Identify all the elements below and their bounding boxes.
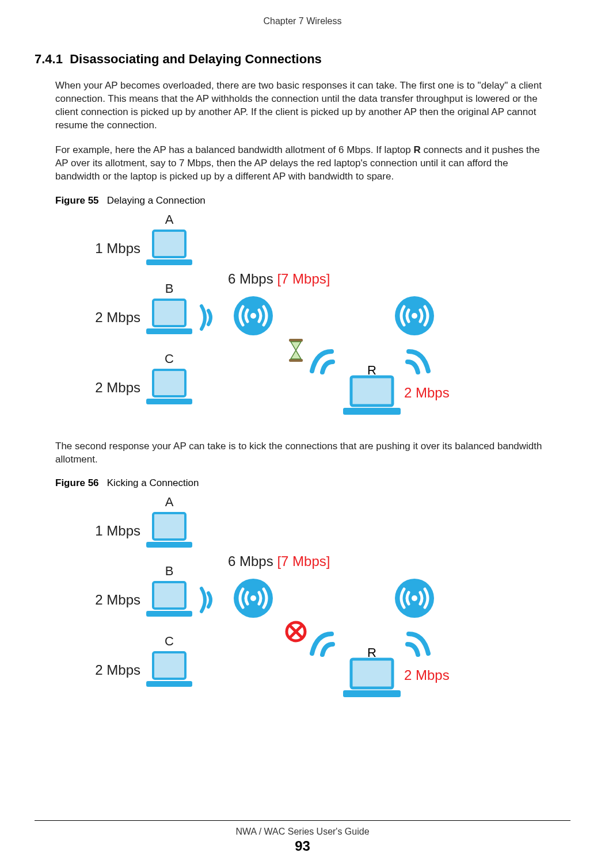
- laptop-b-icon: B: [146, 580, 192, 620]
- block-icon: [284, 620, 307, 645]
- fig56-r-mbps: 2 Mbps: [404, 667, 450, 683]
- footer-rule: [35, 820, 570, 821]
- section-number: 7.4.1: [35, 52, 63, 66]
- svg-point-23: [412, 595, 417, 601]
- figure55-diagram: 1 Mbps A 2 Mbps B 2 Mbps C 6 Mbps [7: [92, 212, 472, 425]
- section-heading: 7.4.1 Disassociating and Delaying Connec…: [35, 52, 553, 67]
- paragraph-2: For example, here the AP has a balanced …: [55, 144, 553, 183]
- figure55-caption-text: Delaying a Connection: [107, 195, 206, 206]
- svg-rect-14: [153, 513, 185, 540]
- fig56-c-label: C: [165, 634, 174, 649]
- svg-rect-3: [146, 328, 192, 334]
- fig55-c-label: C: [165, 351, 174, 366]
- laptop-r-group: R: [343, 648, 401, 699]
- fig55-b-label: B: [165, 281, 174, 296]
- fig56-a-mbps: 1 Mbps: [92, 523, 140, 539]
- wifi-signal-icon: [399, 628, 434, 663]
- svg-rect-13: [343, 408, 401, 415]
- ap-left-icon: [230, 293, 276, 341]
- laptop-c-icon: C: [146, 650, 192, 690]
- svg-rect-12: [351, 377, 393, 406]
- chapter-header: Chapter 7 Wireless: [0, 0, 605, 35]
- page-content: 7.4.1 Disassociating and Delaying Connec…: [0, 52, 605, 708]
- svg-rect-1: [146, 259, 192, 265]
- figure56-label: Figure 56: [55, 477, 99, 488]
- fig55-a-label: A: [165, 212, 174, 227]
- wifi-signal-icon: [306, 628, 341, 663]
- laptop-c-icon: C: [146, 368, 192, 408]
- laptop-r-group: R: [343, 365, 401, 417]
- figure55-caption: Figure 55 Delaying a Connection: [55, 195, 553, 207]
- fig55-a-mbps: 1 Mbps: [92, 240, 140, 257]
- fig55-r-mbps: 2 Mbps: [404, 385, 450, 401]
- wifi-signal-icon: [198, 583, 215, 617]
- fig56-ap-label: 6 Mbps [7 Mbps]: [228, 553, 330, 569]
- footer-guide-title: NWA / WAC Series User's Guide: [0, 827, 605, 837]
- figure56-caption-text: Kicking a Connection: [107, 477, 199, 488]
- svg-rect-2: [153, 300, 185, 326]
- para2-pre: For example, here the AP has a balanced …: [55, 144, 413, 155]
- figure56-caption: Figure 56 Kicking a Connection: [55, 477, 553, 489]
- figure56-diagram: 1 Mbps A 2 Mbps B 2 Mbps C 6 Mbps [7: [92, 495, 472, 708]
- fig55-ap-main: 6 Mbps: [228, 271, 273, 286]
- fig56-r-label: R: [367, 645, 376, 660]
- svg-point-21: [250, 595, 256, 601]
- svg-rect-4: [153, 370, 185, 396]
- ap-left-icon: [230, 575, 276, 624]
- ap-right-icon: [391, 293, 437, 341]
- svg-rect-17: [146, 611, 192, 617]
- svg-rect-18: [153, 652, 185, 679]
- wifi-signal-icon: [399, 346, 434, 380]
- laptop-a-icon: A: [146, 228, 192, 269]
- fig56-a-label: A: [165, 495, 174, 510]
- fig55-b-mbps: 2 Mbps: [92, 309, 140, 326]
- svg-point-7: [250, 313, 256, 319]
- chapter-header-text: Chapter 7 Wireless: [263, 16, 341, 26]
- para2-bold-r: R: [413, 144, 420, 155]
- svg-rect-27: [351, 659, 393, 688]
- fig55-r-label: R: [367, 363, 376, 378]
- ap-right-icon: [391, 575, 437, 624]
- fig55-c-mbps: 2 Mbps: [92, 380, 140, 396]
- laptop-a-icon: A: [146, 511, 192, 551]
- fig55-ap-label: 6 Mbps [7 Mbps]: [228, 271, 330, 287]
- svg-rect-28: [343, 690, 401, 697]
- svg-rect-19: [146, 681, 192, 687]
- svg-point-9: [412, 313, 417, 319]
- section-title: Disassociating and Delaying Connections: [70, 52, 322, 66]
- svg-rect-16: [153, 582, 185, 609]
- svg-rect-15: [146, 542, 192, 548]
- figure55-label: Figure 55: [55, 195, 99, 206]
- fig56-b-mbps: 2 Mbps: [92, 592, 140, 608]
- fig56-ap-main: 6 Mbps: [228, 553, 273, 569]
- laptop-b-icon: B: [146, 297, 192, 338]
- fig56-ap-over: [7 Mbps]: [277, 553, 330, 569]
- paragraph-1: When your AP becomes overloaded, there a…: [55, 79, 553, 132]
- fig56-b-label: B: [165, 564, 174, 579]
- svg-rect-0: [153, 231, 185, 257]
- page-footer: NWA / WAC Series User's Guide 93: [0, 820, 605, 854]
- paragraph-3: The second response your AP can take is …: [55, 440, 553, 466]
- wifi-signal-icon: [306, 346, 341, 380]
- svg-rect-5: [146, 399, 192, 404]
- fig56-c-mbps: 2 Mbps: [92, 662, 140, 678]
- footer-page-number: 93: [0, 838, 605, 854]
- hourglass-icon: [287, 339, 305, 364]
- wifi-signal-icon: [198, 300, 215, 335]
- fig55-ap-over: [7 Mbps]: [277, 271, 330, 286]
